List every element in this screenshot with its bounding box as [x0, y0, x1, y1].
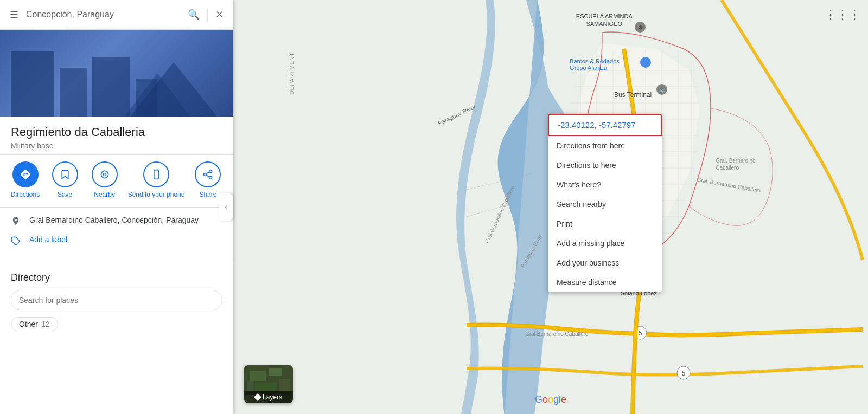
svg-text:🚌: 🚌 [659, 87, 666, 93]
send-to-phone-button[interactable]: Send to your phone [128, 161, 185, 198]
directions-from-here-item[interactable]: Directions from here [548, 136, 662, 156]
directions-button[interactable]: Directions [9, 161, 42, 198]
svg-line-7 [207, 175, 210, 177]
nearby-icon-circle [92, 161, 118, 187]
google-o2: o [548, 394, 553, 405]
layers-diamond-icon [254, 393, 261, 401]
share-label: Share [199, 191, 216, 198]
layers-button[interactable]: Layers [244, 365, 293, 403]
search-nearby-item[interactable]: Search nearby [548, 195, 662, 214]
google-logo: Google [535, 394, 566, 405]
other-badge[interactable]: Other 12 [11, 317, 58, 331]
label-row[interactable]: Add a label [11, 235, 222, 249]
hero-building-1 [11, 51, 54, 117]
other-count: 12 [41, 320, 50, 328]
svg-text:5: 5 [682, 370, 686, 377]
svg-text:🎓: 🎓 [637, 24, 644, 31]
whats-here-item[interactable]: What's here? [548, 175, 662, 195]
send-to-phone-icon-circle [143, 161, 169, 187]
nearby-button[interactable]: Nearby [88, 161, 121, 198]
nearby-label: Nearby [94, 191, 115, 198]
context-menu: -23.40122, -57.42797 Directions from her… [548, 114, 662, 292]
context-menu-coords[interactable]: -23.40122, -57.42797 [548, 114, 662, 136]
svg-rect-44 [250, 371, 266, 381]
svg-rect-47 [247, 381, 253, 392]
directory-search-input[interactable] [11, 290, 222, 310]
close-icon-btn[interactable]: ✕ [212, 5, 227, 24]
search-divider [207, 8, 208, 21]
svg-point-5 [204, 173, 207, 176]
save-button[interactable]: Save [49, 161, 81, 198]
svg-point-1 [101, 171, 108, 178]
address-row: Gral Bernardino Caballero, Concepción, P… [11, 215, 222, 229]
directions-to-here-item[interactable]: Directions to here [548, 156, 662, 175]
directory-section: Directory Other 12 [0, 263, 233, 335]
search-bar: ☰ 🔍 ✕ [0, 0, 233, 30]
save-label: Save [58, 191, 72, 198]
place-name: Regimiento da Caballeria [11, 125, 222, 139]
print-item[interactable]: Print [548, 214, 662, 234]
add-label-link[interactable]: Add a label [29, 235, 67, 244]
place-type: Military base [11, 141, 222, 150]
collapse-sidebar-button[interactable]: ‹ [219, 193, 233, 221]
svg-rect-46 [255, 383, 277, 391]
google-g2: g [553, 394, 559, 405]
svg-line-8 [207, 172, 210, 173]
layers-label-text: Layers [263, 393, 282, 401]
add-business-item[interactable]: Add your business [548, 253, 662, 273]
hero-building-2 [60, 68, 87, 117]
svg-text:5: 5 [639, 329, 642, 337]
svg-rect-48 [279, 379, 290, 392]
directory-title: Directory [11, 272, 222, 283]
action-buttons: Directions Save Nearby Send to your phon… [0, 155, 233, 208]
svg-point-0 [103, 173, 106, 176]
address-text: Gral Bernardino Caballero, Concepción, P… [29, 215, 199, 226]
hamburger-icon[interactable]: ☰ [7, 5, 22, 24]
svg-rect-2 [154, 170, 158, 179]
svg-point-6 [209, 176, 212, 179]
add-missing-place-item[interactable]: Add a missing place [548, 234, 662, 253]
svg-point-40 [640, 57, 651, 68]
send-to-phone-label: Send to your phone [128, 191, 185, 198]
hero-image [0, 30, 233, 117]
place-info: Regimiento da Caballeria Military base [0, 117, 233, 155]
svg-rect-45 [269, 368, 282, 376]
save-icon-circle [52, 161, 78, 187]
google-g: G [535, 394, 542, 405]
directions-icon-circle [12, 161, 39, 187]
google-e: e [561, 394, 566, 405]
address-section: Gral Bernardino Caballero, Concepción, P… [0, 208, 233, 263]
layers-label-bar: Layers [244, 391, 293, 403]
other-label: Other [19, 320, 38, 328]
label-icon [11, 236, 21, 249]
google-o1: o [542, 394, 548, 405]
apps-grid-icon[interactable]: ⋮⋮⋮ [825, 8, 860, 22]
measure-distance-item[interactable]: Measure distance [548, 273, 662, 292]
sidebar: ☰ 🔍 ✕ Regimiento da Caballeria Military … [0, 0, 233, 414]
share-icon-circle [195, 161, 221, 187]
location-icon [11, 216, 21, 229]
svg-point-4 [209, 170, 212, 173]
hero-mountain-2 [125, 73, 190, 117]
directions-label: Directions [11, 191, 40, 198]
search-input[interactable] [26, 10, 180, 20]
map-area[interactable]: 5 5 🎓 🚌 🍴 ESCUELA ARMINDASAMANI [233, 0, 868, 414]
search-icon-btn[interactable]: 🔍 [184, 5, 203, 24]
